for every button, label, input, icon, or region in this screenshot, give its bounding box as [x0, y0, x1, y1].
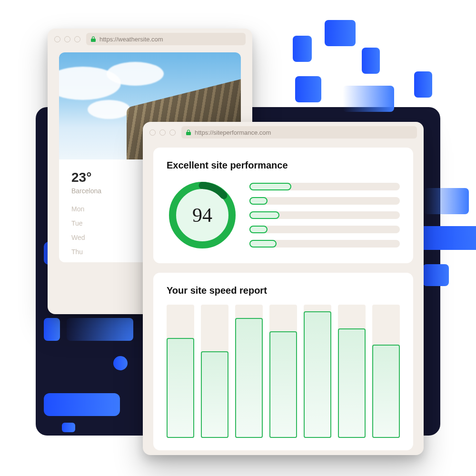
metric-bar-fill — [249, 211, 279, 219]
decorative-shape — [293, 36, 312, 62]
window-dot[interactable] — [159, 129, 166, 136]
decorative-shape — [424, 188, 469, 214]
decorative-shape — [62, 423, 75, 432]
decorative-shape — [419, 226, 476, 250]
decorative-shape — [44, 318, 60, 341]
address-bar[interactable]: https://siteperformance.com — [181, 126, 417, 139]
metric-bars — [249, 183, 400, 248]
speed-bar-fill — [235, 318, 263, 438]
metric-bar — [249, 240, 400, 248]
metric-bar-fill — [249, 240, 277, 248]
forecast-day: Tue — [71, 219, 83, 227]
window-controls[interactable] — [149, 129, 176, 136]
speed-bar — [235, 305, 263, 438]
score-value: 94 — [167, 179, 238, 251]
speed-bar-fill — [338, 328, 366, 438]
window-controls[interactable] — [54, 36, 80, 42]
score-gauge: 94 — [167, 179, 238, 251]
decorative-shape — [343, 86, 394, 112]
metric-bar — [249, 197, 400, 205]
window-dot[interactable] — [149, 129, 156, 136]
window-dot[interactable] — [54, 36, 60, 42]
decorative-shape — [67, 318, 133, 341]
speed-bar — [338, 305, 366, 438]
performance-title: Excellent site performance — [167, 160, 400, 171]
speed-report-card: Your site speed report — [153, 273, 413, 450]
decorative-shape — [113, 356, 128, 370]
lock-icon — [186, 129, 191, 135]
speed-bar — [201, 305, 228, 438]
performance-card: Excellent site performance 94 — [153, 148, 413, 263]
metric-bar-fill — [249, 183, 291, 190]
address-url: https://siteperformance.com — [195, 129, 271, 136]
lock-icon — [91, 36, 96, 42]
metric-bar-fill — [249, 226, 268, 233]
speed-bar — [304, 305, 331, 438]
window-dot[interactable] — [64, 36, 70, 42]
speed-bar — [167, 305, 194, 438]
speed-bar — [372, 305, 400, 438]
speed-bar — [269, 305, 297, 438]
decorative-shape — [44, 393, 120, 416]
forecast-day: Mon — [71, 205, 84, 213]
metric-bar — [249, 183, 400, 190]
address-bar[interactable]: https://weathersite.com — [86, 33, 246, 45]
speed-bar-fill — [269, 331, 297, 438]
speed-bar-fill — [167, 338, 194, 438]
metric-bar — [249, 211, 400, 219]
window-dot[interactable] — [169, 129, 176, 136]
speed-report-title: Your site speed report — [167, 285, 400, 296]
speed-chart — [167, 305, 400, 438]
browser-chrome: https://siteperformance.com — [143, 122, 424, 143]
address-url: https://weathersite.com — [99, 36, 163, 43]
decorative-shape — [414, 71, 432, 98]
performance-browser-window: https://siteperformance.com Excellent si… — [143, 122, 424, 455]
metric-bar — [249, 226, 400, 233]
decorative-shape — [423, 264, 449, 286]
decorative-shape — [325, 20, 356, 46]
decorative-shape — [362, 48, 380, 74]
speed-bar-fill — [304, 311, 331, 438]
forecast-day: Thu — [71, 248, 83, 256]
metric-bar-fill — [249, 197, 268, 205]
window-dot[interactable] — [74, 36, 80, 42]
speed-bar-fill — [201, 351, 228, 438]
speed-bar-fill — [372, 345, 400, 438]
forecast-day: Wed — [71, 234, 85, 241]
browser-chrome: https://weathersite.com — [48, 29, 252, 50]
decorative-shape — [295, 76, 321, 102]
